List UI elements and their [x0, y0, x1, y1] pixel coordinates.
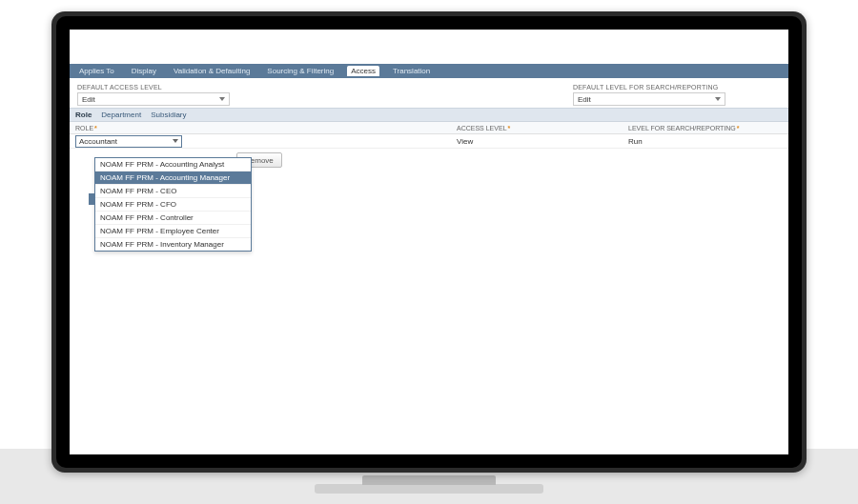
default-access-select[interactable]: Edit: [77, 92, 230, 106]
laptop-frame: Applies To Display Validation & Defaulti…: [51, 11, 807, 473]
grid-header-role: ROLE*: [75, 125, 457, 131]
dropdown-option[interactable]: NOAM FF PRM - Accounting Manager: [95, 171, 251, 185]
role-combo-value: Accountant: [79, 137, 117, 146]
access-cell[interactable]: View: [457, 137, 628, 146]
dropdown-option[interactable]: NOAM FF PRM - CEO: [95, 185, 251, 198]
top-tab-bar: Applies To Display Validation & Defaulti…: [70, 64, 788, 78]
dropdown-option[interactable]: NOAM FF PRM - Inventory Manager: [95, 238, 251, 251]
laptop-stand-base: [315, 484, 543, 494]
header-blank: [70, 30, 788, 64]
subtab-department[interactable]: Department: [101, 111, 141, 119]
form-row: DEFAULT ACCESS LEVEL Edit DEFAULT LEVEL …: [70, 78, 788, 108]
tab-translation[interactable]: Translation: [389, 66, 434, 76]
scroll-handle-icon[interactable]: [89, 193, 95, 205]
tab-access[interactable]: Access: [347, 66, 379, 76]
default-search-select[interactable]: Edit: [573, 92, 725, 106]
chevron-down-icon: [173, 139, 178, 143]
sub-tab-bar: Role Department Subsidiary: [70, 108, 788, 122]
chevron-down-icon: [715, 97, 721, 101]
default-access-group: DEFAULT ACCESS LEVEL Edit: [77, 84, 230, 106]
default-search-label: DEFAULT LEVEL FOR SEARCH/REPORTING: [573, 84, 725, 91]
tab-display[interactable]: Display: [128, 66, 160, 76]
tab-applies-to[interactable]: Applies To: [75, 66, 118, 76]
role-cell: Accountant: [75, 135, 457, 148]
grid-header-level: LEVEL FOR SEARCH/REPORTING*: [628, 125, 783, 131]
level-cell[interactable]: Run: [628, 137, 783, 146]
default-search-value: Edit: [578, 95, 591, 104]
tab-sourcing-filtering[interactable]: Sourcing & Filtering: [263, 66, 337, 76]
grid-header-access: ACCESS LEVEL*: [457, 125, 628, 131]
tab-validation-defaulting[interactable]: Validation & Defaulting: [170, 66, 254, 76]
role-dropdown: NOAM FF PRM - Accounting Analyst NOAM FF…: [94, 157, 252, 252]
laptop-stand-neck: [362, 475, 496, 485]
chevron-down-icon: [219, 97, 225, 101]
grid-header-row: ROLE* ACCESS LEVEL* LEVEL FOR SEARCH/REP…: [70, 122, 788, 134]
dropdown-option[interactable]: NOAM FF PRM - CFO: [95, 198, 251, 212]
default-access-value: Edit: [82, 95, 95, 104]
app-screen: Applies To Display Validation & Defaulti…: [70, 30, 788, 454]
dropdown-option[interactable]: NOAM FF PRM - Employee Center: [95, 225, 251, 238]
required-icon: *: [737, 125, 740, 131]
dropdown-option[interactable]: NOAM FF PRM - Accounting Analyst: [95, 158, 251, 171]
required-icon: *: [508, 125, 511, 131]
subtab-subsidiary[interactable]: Subsidiary: [151, 111, 186, 119]
role-combo[interactable]: Accountant: [75, 135, 182, 148]
dropdown-option[interactable]: NOAM FF PRM - Controller: [95, 212, 251, 225]
grid-data-row[interactable]: Accountant View Run: [70, 134, 788, 149]
laptop-bezel: Applies To Display Validation & Defaulti…: [56, 16, 802, 468]
default-search-group: DEFAULT LEVEL FOR SEARCH/REPORTING Edit: [573, 84, 725, 106]
subtab-role[interactable]: Role: [75, 111, 92, 119]
default-access-label: DEFAULT ACCESS LEVEL: [77, 84, 230, 91]
required-icon: *: [94, 125, 97, 131]
